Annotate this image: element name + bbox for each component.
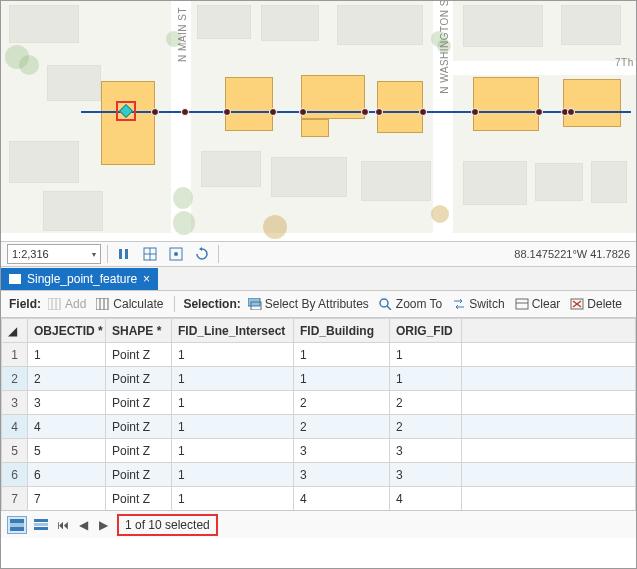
- cell-objectid[interactable]: 6: [28, 463, 106, 487]
- column-spacer: [462, 319, 636, 343]
- row-header[interactable]: 6: [2, 463, 28, 487]
- table-toolbar: Field: Add Calculate Selection: Select B…: [1, 291, 636, 318]
- cell-fid-building[interactable]: 3: [294, 439, 390, 463]
- row-header[interactable]: 3: [2, 391, 28, 415]
- cell-objectid[interactable]: 4: [28, 415, 106, 439]
- cell-shape[interactable]: Point Z: [106, 439, 172, 463]
- delete-button[interactable]: Delete: [567, 295, 625, 313]
- cell-orig-fid[interactable]: 1: [390, 367, 462, 391]
- cell-fid-building[interactable]: 1: [294, 367, 390, 391]
- cell-shape[interactable]: Point Z: [106, 487, 172, 511]
- selection-label: Selection:: [183, 297, 240, 311]
- table-row[interactable]: 77Point Z144: [2, 487, 636, 511]
- cell-shape[interactable]: Point Z: [106, 343, 172, 367]
- cell-fid-building[interactable]: 1: [294, 343, 390, 367]
- column-header[interactable]: SHAPE *: [106, 319, 172, 343]
- show-all-view-button[interactable]: [7, 516, 27, 534]
- cell-objectid[interactable]: 3: [28, 391, 106, 415]
- field-label: Field:: [9, 297, 41, 311]
- svg-rect-1: [125, 249, 128, 259]
- cell-fid-line[interactable]: 1: [172, 367, 294, 391]
- refresh-icon[interactable]: [192, 244, 212, 264]
- scale-dropdown[interactable]: 1:2,316 ▾: [7, 244, 101, 264]
- next-record-button[interactable]: ▶: [95, 518, 111, 532]
- close-icon[interactable]: ×: [143, 272, 150, 286]
- svg-line-16: [387, 306, 391, 310]
- first-record-button[interactable]: ⏮: [55, 518, 71, 532]
- attribute-table[interactable]: ◢ OBJECTID * SHAPE * FID_Line_Intersect …: [1, 318, 636, 510]
- grid-icon[interactable]: [140, 244, 160, 264]
- cell-objectid[interactable]: 7: [28, 487, 106, 511]
- pause-icon[interactable]: [114, 244, 134, 264]
- table-tab[interactable]: Single_point_feature ×: [1, 268, 158, 290]
- cell-spacer: [462, 343, 636, 367]
- selected-building: [377, 81, 423, 133]
- cell-objectid[interactable]: 2: [28, 367, 106, 391]
- select-all-corner[interactable]: ◢: [2, 319, 28, 343]
- cell-orig-fid[interactable]: 3: [390, 463, 462, 487]
- map-canvas[interactable]: N MAIN ST N WASHINGTON S 7Th: [1, 1, 636, 241]
- clear-button[interactable]: Clear: [512, 295, 564, 313]
- prev-record-button[interactable]: ◀: [75, 518, 91, 532]
- table-row[interactable]: 44Point Z122: [2, 415, 636, 439]
- row-header[interactable]: 5: [2, 439, 28, 463]
- svg-point-6: [174, 252, 178, 256]
- selected-building: [473, 77, 539, 131]
- cell-objectid[interactable]: 5: [28, 439, 106, 463]
- cell-spacer: [462, 463, 636, 487]
- intersect-line: [81, 111, 631, 113]
- table-row[interactable]: 22Point Z111: [2, 367, 636, 391]
- table-row[interactable]: 11Point Z111: [2, 343, 636, 367]
- zoom-to-button[interactable]: Zoom To: [376, 295, 445, 313]
- cell-fid-line[interactable]: 1: [172, 343, 294, 367]
- column-header[interactable]: FID_Building: [294, 319, 390, 343]
- cell-fid-building[interactable]: 4: [294, 487, 390, 511]
- column-header[interactable]: OBJECTID *: [28, 319, 106, 343]
- table-footer: ⏮ ◀ ▶ 1 of 10 selected: [1, 510, 636, 538]
- row-header[interactable]: 1: [2, 343, 28, 367]
- cell-orig-fid[interactable]: 2: [390, 415, 462, 439]
- cell-fid-building[interactable]: 2: [294, 391, 390, 415]
- cell-fid-building[interactable]: 3: [294, 463, 390, 487]
- select-by-attributes-button[interactable]: Select By Attributes: [245, 295, 372, 313]
- svg-rect-7: [48, 298, 60, 310]
- row-header[interactable]: 2: [2, 367, 28, 391]
- show-selected-view-button[interactable]: [31, 516, 51, 534]
- cell-fid-line[interactable]: 1: [172, 391, 294, 415]
- row-header[interactable]: 4: [2, 415, 28, 439]
- table-tab-bar: Single_point_feature ×: [1, 267, 636, 291]
- snapping-icon[interactable]: [166, 244, 186, 264]
- cell-shape[interactable]: Point Z: [106, 391, 172, 415]
- selected-building: [563, 79, 621, 127]
- column-header[interactable]: FID_Line_Intersect: [172, 319, 294, 343]
- cell-fid-line[interactable]: 1: [172, 439, 294, 463]
- calculate-button[interactable]: Calculate: [93, 295, 166, 313]
- column-header[interactable]: ORIG_FID: [390, 319, 462, 343]
- selected-building: [301, 119, 329, 137]
- street-label-main: N MAIN ST: [177, 7, 188, 62]
- cell-orig-fid[interactable]: 3: [390, 439, 462, 463]
- cell-fid-building[interactable]: 2: [294, 415, 390, 439]
- cell-fid-line[interactable]: 1: [172, 487, 294, 511]
- cell-objectid[interactable]: 1: [28, 343, 106, 367]
- table-row[interactable]: 55Point Z133: [2, 439, 636, 463]
- cell-fid-line[interactable]: 1: [172, 415, 294, 439]
- cell-spacer: [462, 487, 636, 511]
- add-field-button[interactable]: Add: [45, 295, 89, 313]
- cell-orig-fid[interactable]: 1: [390, 343, 462, 367]
- cell-orig-fid[interactable]: 2: [390, 391, 462, 415]
- table-row[interactable]: 66Point Z133: [2, 463, 636, 487]
- switch-button[interactable]: Switch: [449, 295, 507, 313]
- row-header[interactable]: 7: [2, 487, 28, 511]
- cell-shape[interactable]: Point Z: [106, 367, 172, 391]
- svg-rect-26: [34, 527, 48, 530]
- cell-orig-fid[interactable]: 4: [390, 487, 462, 511]
- cell-shape[interactable]: Point Z: [106, 415, 172, 439]
- street-label-7th: 7Th: [615, 57, 634, 68]
- table-row[interactable]: 33Point Z122: [2, 391, 636, 415]
- svg-rect-10: [96, 298, 108, 310]
- cell-fid-line[interactable]: 1: [172, 463, 294, 487]
- divider: [174, 296, 175, 312]
- selected-building: [101, 81, 155, 165]
- cell-shape[interactable]: Point Z: [106, 463, 172, 487]
